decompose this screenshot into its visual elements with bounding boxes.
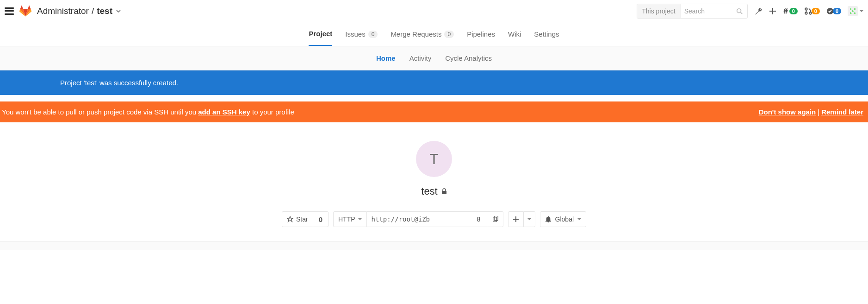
tab-settings[interactable]: Settings bbox=[534, 22, 559, 46]
svg-point-4 bbox=[805, 12, 807, 14]
tab-merge-requests[interactable]: Merge Requests0 bbox=[391, 22, 454, 46]
search-scope[interactable]: This project bbox=[637, 4, 680, 18]
search-icon[interactable] bbox=[732, 8, 747, 14]
project-name: test bbox=[421, 185, 437, 197]
caret-down-icon bbox=[860, 9, 863, 13]
flash-success: Project 'test' was successfully created. bbox=[0, 70, 868, 95]
wrench-icon[interactable] bbox=[754, 7, 763, 15]
todos-shortcut[interactable]: 0 bbox=[826, 7, 841, 15]
caret-down-icon bbox=[358, 217, 362, 221]
sub-tabs: Home Activity Cycle Analytics bbox=[0, 46, 868, 70]
issues-count-badge: 0 bbox=[789, 8, 798, 14]
user-menu[interactable] bbox=[848, 6, 863, 16]
tab-project[interactable]: Project bbox=[309, 22, 332, 46]
remind-later-link[interactable]: Remind later bbox=[821, 108, 863, 116]
top-actions: # 0 0 0 bbox=[754, 6, 863, 16]
star-count: 0 bbox=[313, 211, 329, 227]
todos-count-badge: 0 bbox=[833, 8, 841, 14]
tab-pipelines[interactable]: Pipelines bbox=[467, 22, 495, 46]
dont-show-again-link[interactable]: Don't show again bbox=[759, 108, 816, 116]
breadcrumb-project[interactable]: test bbox=[97, 6, 112, 16]
svg-text:#: # bbox=[783, 7, 788, 15]
caret-down-icon bbox=[527, 217, 531, 221]
clone-url-input[interactable] bbox=[367, 211, 487, 227]
project-avatar: T bbox=[416, 141, 452, 177]
tab-wiki[interactable]: Wiki bbox=[508, 22, 521, 46]
mr-count-badge: 0 bbox=[812, 8, 820, 14]
svg-point-5 bbox=[809, 12, 812, 14]
svg-rect-8 bbox=[493, 217, 496, 222]
breadcrumb[interactable]: Administrator / test bbox=[37, 6, 121, 16]
star-icon bbox=[287, 216, 293, 222]
topbar: Administrator / test This project # 0 0 bbox=[0, 0, 868, 22]
star-button[interactable]: Star bbox=[282, 211, 313, 227]
subtab-activity[interactable]: Activity bbox=[409, 54, 432, 62]
caret-down-icon bbox=[577, 217, 581, 221]
flash-ssh-warning: You won't be able to pull or push projec… bbox=[0, 101, 868, 122]
add-button[interactable] bbox=[508, 211, 524, 227]
gitlab-logo-icon[interactable] bbox=[19, 5, 31, 17]
clone-group: HTTP bbox=[333, 211, 503, 227]
add-dropdown-group bbox=[508, 211, 535, 227]
copy-icon bbox=[492, 216, 498, 222]
svg-point-3 bbox=[805, 8, 807, 10]
copy-url-button[interactable] bbox=[487, 211, 503, 227]
protocol-dropdown[interactable]: HTTP bbox=[333, 211, 367, 227]
subtab-home[interactable]: Home bbox=[376, 54, 396, 62]
plus-icon bbox=[513, 216, 519, 222]
issues-shortcut[interactable]: # 0 bbox=[783, 7, 798, 15]
search-input[interactable] bbox=[681, 4, 732, 18]
merge-requests-shortcut[interactable]: 0 bbox=[804, 7, 820, 15]
content-divider bbox=[0, 241, 868, 250]
subtab-cycle-analytics[interactable]: Cycle Analytics bbox=[445, 54, 492, 62]
breadcrumb-owner[interactable]: Administrator bbox=[37, 6, 89, 16]
bell-icon bbox=[545, 216, 552, 222]
project-home: T test Star 0 HTTP bbox=[0, 122, 868, 241]
hamburger-icon[interactable] bbox=[5, 7, 14, 15]
plus-icon[interactable] bbox=[769, 7, 776, 15]
avatar-icon bbox=[848, 6, 858, 16]
notification-dropdown[interactable]: Global bbox=[540, 211, 586, 227]
svg-rect-9 bbox=[494, 216, 498, 221]
add-ssh-key-link[interactable]: add an SSH key bbox=[198, 108, 250, 116]
lock-icon bbox=[441, 188, 447, 195]
main-tabs: Project Issues0 Merge Requests0 Pipeline… bbox=[0, 22, 868, 46]
chevron-down-icon[interactable] bbox=[116, 9, 121, 13]
svg-line-1 bbox=[740, 12, 742, 14]
add-dropdown-toggle[interactable] bbox=[524, 211, 535, 227]
search-box[interactable]: This project bbox=[637, 4, 747, 19]
tab-issues[interactable]: Issues0 bbox=[345, 22, 378, 46]
svg-rect-7 bbox=[442, 191, 446, 194]
svg-point-0 bbox=[737, 8, 741, 13]
project-action-row: Star 0 HTTP Global bbox=[282, 211, 586, 227]
